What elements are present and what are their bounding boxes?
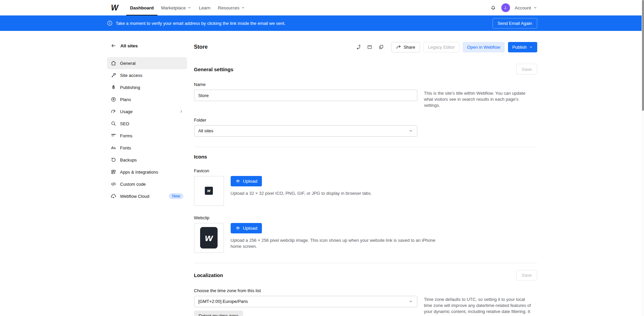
search-icon [111,121,116,126]
duplicate-site-button[interactable] [377,43,385,51]
sidebar-item-backups[interactable]: Backups [107,154,187,166]
webclip-help-text: Upload a 256 × 256 pixel webclip image. … [231,237,446,250]
back-to-all-sites[interactable]: All sites [111,43,187,48]
chevron-right-icon [179,109,183,114]
upgrade-icon [111,97,116,102]
site-name-input[interactable] [194,90,417,101]
duplicate-icon [378,44,384,50]
general-settings-heading: General settings [194,66,234,72]
chevron-down-icon [409,129,413,133]
bell-icon [491,5,496,10]
home-icon [111,60,116,66]
top-nav: W Dashboard Marketplace Learn Resources [0,0,644,15]
settings-main: Store [194,42,537,316]
archive-icon [367,44,372,50]
publish-button[interactable]: Publish [508,42,537,52]
sidebar-item-forms[interactable]: Forms [107,130,187,142]
sidebar-item-seo[interactable]: SEO [107,118,187,130]
arrow-left-icon [111,43,116,48]
info-icon [107,20,112,26]
webclip-preview: w [194,223,224,253]
name-help-text: This is the site's title within Webflow.… [424,90,534,109]
transfer-site-icon [356,44,361,50]
send-email-again-button[interactable]: Send Email Again [493,18,537,29]
folder-label: Folder [194,118,537,123]
localization-save-button[interactable]: Save [516,270,537,281]
timezone-select[interactable]: [GMT+2:00] Europe/Paris [194,296,417,307]
email-verify-banner: Take a moment to verify your email addre… [0,15,644,31]
archive-site-button[interactable] [366,43,374,51]
sidebar-item-apps-integrations[interactable]: Apps & Integrations [107,166,187,178]
nav-item-marketplace[interactable]: Marketplace [157,0,195,15]
avatar[interactable]: J. [501,3,510,12]
nav-item-dashboard[interactable]: Dashboard [126,0,157,15]
upload-icon [235,226,240,231]
nav-item-resources[interactable]: Resources [214,0,249,15]
localization-heading: Localization [194,272,223,278]
name-label: Name [194,82,537,87]
timezone-label: Choose the time zone from this list [194,288,537,293]
share-arrow-icon [396,44,401,50]
sidebar-item-publishing[interactable]: Publishing [107,81,187,93]
folder-select[interactable]: All sites [194,125,417,137]
open-in-webflow-button[interactable]: Open in Webflow [463,42,505,52]
chevron-down-icon [187,6,191,10]
code-icon [111,181,116,187]
settings-sidebar: All sites General Site access Publishing [107,42,187,316]
scrollbar-thumb[interactable] [642,0,644,111]
section-divider [194,147,537,147]
favicon-upload-button[interactable]: Upload [231,176,262,186]
vertical-scrollbar[interactable] [642,0,644,316]
chevron-down-icon [409,299,413,304]
chevron-down-icon [241,6,245,10]
banner-text: Take a moment to verify your email addre… [116,21,286,26]
transfer-site-button[interactable] [354,43,362,51]
favicon-label: Favicon [194,168,537,173]
rocket-icon [111,85,116,90]
sidebar-item-general[interactable]: General [107,57,187,69]
sidebar-item-site-access[interactable]: Site access [107,69,187,81]
webclip-upload-button[interactable]: Upload [231,223,262,233]
webclip-label: Webclip [194,215,537,220]
timezone-help-text: Time zone defaults to UTC, so setting it… [424,296,534,316]
upload-icon [235,179,240,184]
chevron-down-icon [529,45,533,49]
gauge-icon [111,109,116,114]
account-menu[interactable]: Account [515,5,537,10]
favicon-thumbnail: w [205,187,213,195]
section-divider [194,263,537,263]
favicon-preview: w [194,176,224,206]
notifications-button[interactable] [490,4,497,11]
key-icon [111,73,116,78]
lines-icon [111,133,116,138]
sidebar-item-plans[interactable]: Plans [107,93,187,105]
sidebar-item-webflow-cloud[interactable]: Webflow Cloud New [107,190,187,202]
favicon-help-text: Upload a 32 × 32 pixel ICO, PNG, GIF, or… [231,190,372,197]
new-badge: New [169,193,183,199]
cloud-icon [111,193,116,199]
history-icon [111,157,116,163]
page-title: Store [194,44,208,50]
sidebar-item-custom-code[interactable]: Custom code [107,178,187,190]
sidebar-item-usage[interactable]: Usage [107,105,187,118]
Aa-glyph-icon: Aa [111,145,116,150]
share-button[interactable]: Share [391,42,420,52]
primary-nav: Dashboard Marketplace Learn Resources [126,0,249,15]
webclip-thumbnail: w [200,227,218,249]
general-save-button[interactable]: Save [516,64,537,75]
sidebar-item-fonts[interactable]: Aa Fonts [107,142,187,154]
nav-item-learn[interactable]: Learn [195,0,214,15]
webflow-logo-icon[interactable]: W [111,4,118,12]
legacy-editor-button[interactable]: Legacy Editor [423,42,460,52]
detect-timezone-button[interactable]: Detect my time zone [194,311,243,316]
grid-plus-icon [111,169,116,175]
chevron-down-icon [533,6,537,10]
icons-heading: Icons [194,154,537,160]
